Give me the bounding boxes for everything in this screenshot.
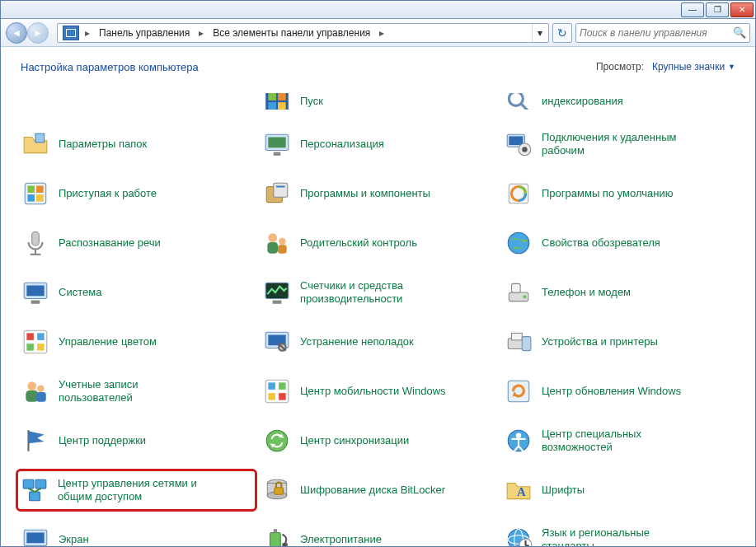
svg-rect-25 [32, 231, 40, 245]
svg-rect-54 [36, 392, 46, 402]
list-item-programs-features[interactable]: Программы и компоненты [257, 172, 499, 215]
list-item-getting-started[interactable]: Приступая к работе [16, 172, 257, 215]
list-item-troubleshooting[interactable]: Устранение неполадок [257, 320, 499, 363]
back-button[interactable]: ◄ [6, 22, 27, 44]
svg-rect-35 [31, 301, 40, 304]
minimize-button[interactable]: — [681, 2, 704, 17]
globe-icon [504, 228, 533, 258]
item-label: Управление цветом [59, 335, 157, 348]
parental-controls-icon [262, 228, 292, 258]
default-programs-icon [504, 179, 533, 208]
svg-rect-60 [508, 381, 529, 402]
view-mode-value: Крупные значки [652, 61, 725, 72]
list-item-default-programs[interactable]: Программы по умолчанию [499, 172, 740, 215]
list-item-ease-of-access[interactable]: Центр специальных возможностей [499, 419, 740, 462]
address-dropdown-button[interactable]: ▾ [532, 24, 547, 42]
forward-button[interactable]: ► [27, 22, 49, 44]
svg-rect-37 [273, 301, 282, 304]
address-breadcrumb[interactable]: ▸ Панель управления ▸ Все элементы панел… [57, 23, 549, 43]
list-item-power-options[interactable]: Электропитание [257, 518, 499, 546]
svg-rect-58 [268, 393, 275, 400]
list-item-user-accounts[interactable]: Учетные записи пользователей [16, 370, 257, 413]
list-item-fonts[interactable]: A Шрифты [499, 469, 740, 512]
item-label: Свойства обозревателя [542, 236, 660, 250]
svg-rect-50 [522, 337, 531, 351]
svg-rect-59 [279, 393, 286, 400]
view-mode-group: Просмотр: Крупные значки ▼ [596, 61, 735, 72]
list-item-display[interactable]: Экран [16, 518, 257, 546]
list-item-sync-center[interactable]: Центр синхронизации [257, 419, 499, 462]
crumb-all-items[interactable]: Все элементы панели управления [206, 24, 377, 42]
list-item-performance[interactable]: Счетчики и средства производительности [257, 271, 499, 314]
nav-buttons: ◄ ► [6, 22, 49, 44]
list-item-phone-modem[interactable]: Телефон и модем [499, 271, 740, 314]
svg-point-67 [516, 432, 521, 437]
item-label: Центр обновления Windows [542, 385, 681, 398]
item-label: Устранение неполадок [300, 335, 414, 348]
svg-rect-52 [26, 390, 38, 402]
items-scroll-area[interactable]: Пуск индексирования Параметры папок Перс… [1, 86, 755, 546]
list-item-indexing[interactable]: индексирования [499, 91, 740, 116]
item-label: Телефон и модем [542, 286, 631, 299]
svg-rect-12 [509, 136, 523, 145]
item-label: Устройства и принтеры [542, 335, 658, 348]
search-box[interactable]: 🔍 [575, 23, 750, 43]
user-accounts-icon [21, 376, 50, 406]
remote-desktop-icon [504, 129, 533, 159]
list-item-parental-controls[interactable]: Родительский контроль [257, 222, 499, 264]
getting-started-icon [21, 179, 50, 208]
maximize-button[interactable]: ❐ [706, 2, 729, 17]
bitlocker-icon [262, 475, 292, 505]
svg-point-63 [266, 430, 288, 451]
control-panel-window: — ❐ ✕ ◄ ► ▸ Панель управления ▸ Все элем… [0, 0, 756, 547]
list-item-mobility-center[interactable]: Центр мобильности Windows [257, 370, 499, 413]
windows-update-icon [504, 376, 533, 406]
sync-icon [262, 426, 292, 456]
display-icon [21, 525, 50, 546]
svg-rect-70 [30, 492, 40, 501]
svg-rect-18 [27, 194, 35, 202]
troubleshooting-icon [262, 327, 292, 357]
list-item-internet-options[interactable]: Свойства обозревателя [499, 222, 740, 264]
svg-rect-39 [512, 283, 521, 292]
item-label: Распознавание речи [59, 236, 161, 250]
svg-point-30 [279, 238, 286, 245]
close-button[interactable]: ✕ [730, 2, 754, 17]
refresh-button[interactable]: ↻ [552, 23, 572, 43]
list-item-start[interactable]: Пуск [257, 91, 499, 116]
list-item-network-sharing-center[interactable]: Центр управления сетями и общим доступом [16, 469, 257, 512]
titlebar: — ❐ ✕ [1, 1, 755, 19]
item-label: Счетчики и средства производительности [300, 279, 448, 306]
fonts-icon: A [504, 475, 533, 505]
ease-of-access-icon [504, 426, 533, 456]
list-item-devices-printers[interactable]: Устройства и принтеры [499, 320, 740, 363]
programs-icon [262, 179, 292, 208]
svg-rect-42 [26, 333, 34, 340]
view-label: Просмотр: [596, 61, 644, 72]
view-mode-dropdown[interactable]: Крупные значки ▼ [652, 61, 735, 72]
svg-rect-68 [23, 479, 34, 489]
list-item-region-language[interactable]: Язык и региональные стандарты [499, 518, 740, 546]
list-item-color-management[interactable]: Управление цветом [16, 320, 257, 363]
list-item-personalization[interactable]: Персонализация [257, 123, 499, 166]
page-title: Настройка параметров компьютера [21, 61, 199, 73]
svg-line-71 [29, 489, 35, 492]
svg-rect-7 [35, 133, 45, 143]
list-item-folder-options[interactable]: Параметры папок [16, 123, 257, 166]
folder-icon [21, 129, 50, 159]
list-item-bitlocker[interactable]: Шифрование диска BitLocker [257, 469, 499, 512]
svg-line-6 [521, 104, 529, 110]
crumb-control-panel[interactable]: Панель управления [92, 24, 196, 42]
svg-rect-16 [27, 185, 35, 193]
item-label: Электропитание [300, 533, 382, 546]
list-item-speech-recognition[interactable]: Распознавание речи [16, 222, 257, 264]
svg-point-53 [37, 386, 45, 393]
svg-rect-4 [278, 102, 286, 110]
list-item-system[interactable]: Система [16, 271, 257, 314]
search-input[interactable] [580, 27, 733, 39]
list-item-windows-update[interactable]: Центр обновления Windows [499, 370, 740, 413]
list-item-action-center[interactable]: Центр поддержки [16, 419, 257, 462]
svg-point-40 [523, 295, 526, 298]
list-item-remote-desktop[interactable]: Подключения к удаленным рабочим [499, 123, 740, 166]
network-icon [20, 475, 49, 505]
